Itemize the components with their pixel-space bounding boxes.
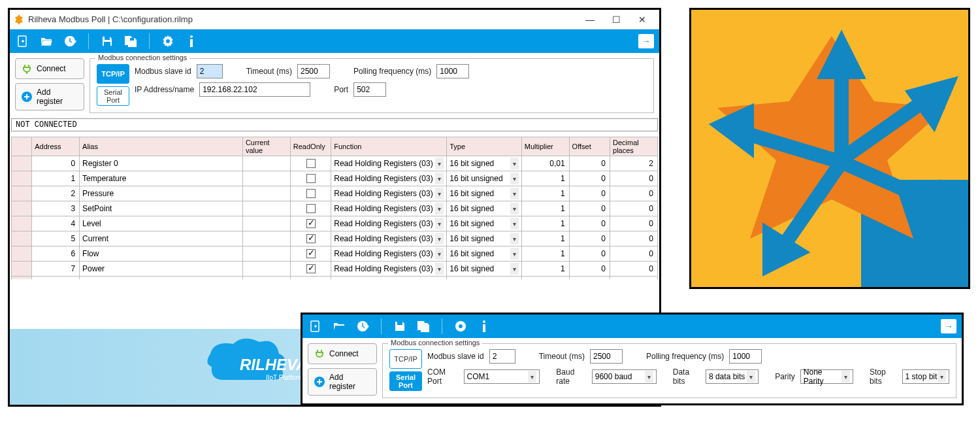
ip-input[interactable] [199,82,310,97]
cell-offset[interactable]: 0 [569,201,610,216]
clock-icon[interactable]: ▾ [355,318,370,334]
cell-offset[interactable]: 0 [569,231,610,246]
cell-offset[interactable]: 0 [569,246,610,262]
chevron-down-icon[interactable]: ▾ [435,218,444,230]
gear-icon[interactable] [453,318,468,334]
close-button[interactable]: ✕ [629,10,655,29]
timeout-input[interactable] [590,349,623,364]
chevron-down-icon[interactable]: ▾ [435,263,444,275]
cell-decimal[interactable]: 0 [610,246,658,262]
cell-function[interactable]: Read Holding Registers (03)▾ [331,262,447,277]
maximize-button[interactable]: ☐ [603,10,629,29]
cell-alias[interactable]: Power [80,262,243,277]
checkbox-icon[interactable] [306,249,316,258]
port-input[interactable] [353,82,386,97]
connect-button[interactable]: Connect [15,58,84,79]
cell-readonly[interactable] [290,156,331,171]
cell-address[interactable]: 6 [32,246,80,262]
file-add-icon[interactable] [308,318,323,334]
cell-type[interactable]: 16 bit signed▾ [447,186,522,201]
minimize-button[interactable]: — [577,10,603,29]
polling-input[interactable] [729,349,762,364]
cell-alias[interactable]: Temperature [80,171,243,186]
row-handle[interactable] [12,156,32,171]
cell-offset[interactable]: 0 [569,262,610,277]
cell-readonly[interactable] [290,262,331,277]
timeout-input[interactable] [297,64,330,78]
checkbox-icon[interactable] [306,159,316,168]
polling-input[interactable] [436,64,469,78]
cell-address[interactable]: 1 [32,171,80,186]
baud-select[interactable]: 9600 baud▾ [592,369,657,384]
chevron-down-icon[interactable]: ▾ [435,233,444,245]
chevron-down-icon[interactable]: ▾ [435,173,444,184]
cell-function[interactable]: Read Holding Registers (03)▾ [331,201,447,216]
chevron-down-icon[interactable]: ▾ [435,248,444,260]
cell-alias[interactable]: SetPoint [80,201,243,216]
tab-tcpip[interactable]: TCP/IP [97,64,129,84]
cell-alias[interactable]: Level [80,216,243,231]
checkbox-icon[interactable] [306,219,316,228]
file-add-icon[interactable] [15,33,31,49]
cell-readonly[interactable] [290,186,331,201]
cell-readonly[interactable] [290,216,331,231]
chevron-down-icon[interactable]: ▾ [510,203,519,214]
row-handle[interactable] [12,186,32,201]
info-icon[interactable] [184,33,199,49]
cell-multiplier[interactable]: 1 [521,277,569,280]
connect-button[interactable]: Connect [308,343,377,364]
cell-decimal[interactable]: 0 [610,171,658,186]
cell-alias[interactable]: Flow [80,246,243,262]
cell-multiplier[interactable]: 1 [521,186,569,201]
cell-decimal[interactable]: 0 [610,231,658,246]
chevron-down-icon[interactable]: ▾ [510,188,519,199]
cell-multiplier[interactable]: 0,01 [521,156,569,171]
chevron-down-icon[interactable]: ▾ [510,173,519,184]
row-handle[interactable] [12,262,32,277]
cell-alias[interactable]: Register 0 [80,156,243,171]
cell-offset[interactable]: 0 [569,156,610,171]
cell-address[interactable]: 3 [32,201,80,216]
chevron-down-icon[interactable]: ▾ [435,188,444,199]
cell-multiplier[interactable]: 1 [521,201,569,216]
row-handle[interactable] [12,201,32,216]
add-register-button[interactable]: Add register [15,83,84,110]
cell-decimal[interactable]: 0 [610,277,658,280]
save-icon[interactable] [392,318,408,334]
table-row[interactable]: 1TemperatureRead Holding Registers (03)▾… [12,171,658,186]
cell-readonly[interactable] [290,277,331,280]
cell-address[interactable]: 4 [32,216,80,231]
cell-address[interactable]: 2 [32,186,80,201]
cell-readonly[interactable] [290,201,331,216]
cell-multiplier[interactable]: 1 [521,216,569,231]
cell-address[interactable]: 0 [32,156,80,171]
cell-type[interactable]: 16 bit signed▾ [447,156,522,171]
cell-function[interactable]: Read Holding Registers (03)▾ [331,171,447,186]
cell-address[interactable]: 200 [32,277,80,280]
clock-icon[interactable]: ▾ [62,33,78,49]
cell-multiplier[interactable]: 1 [521,246,569,262]
table-row[interactable]: 5CurrentRead Holding Registers (03)▾16 b… [12,231,658,246]
row-handle[interactable] [12,246,32,262]
chevron-down-icon[interactable]: ▾ [435,203,444,214]
save-icon[interactable] [99,33,115,49]
folder-open-icon[interactable] [331,318,347,334]
cell-offset[interactable]: 0 [569,277,610,280]
stopbits-select[interactable]: 1 stop bit▾ [902,369,949,384]
cell-readonly[interactable] [290,246,331,262]
table-row[interactable]: 6FlowRead Holding Registers (03)▾16 bit … [12,246,658,262]
cell-decimal[interactable]: 2 [610,156,658,171]
table-row[interactable]: 4LevelRead Holding Registers (03)▾16 bit… [12,216,658,231]
cell-function[interactable]: Read Holding Registers (03)▾ [331,246,447,262]
cell-multiplier[interactable]: 1 [521,262,569,277]
save-all-icon[interactable] [123,33,139,49]
info-icon[interactable] [476,318,492,334]
cell-offset[interactable]: 0 [569,186,610,201]
chevron-down-icon[interactable]: ▾ [435,158,444,169]
save-all-icon[interactable] [416,318,431,334]
table-row[interactable]: 0Register 0Read Holding Registers (03)▾1… [12,156,658,171]
table-row[interactable]: 200Invalid register defined to show the … [12,277,658,280]
folder-open-icon[interactable] [39,33,54,49]
checkbox-icon[interactable] [306,234,316,243]
cell-readonly[interactable] [290,231,331,246]
